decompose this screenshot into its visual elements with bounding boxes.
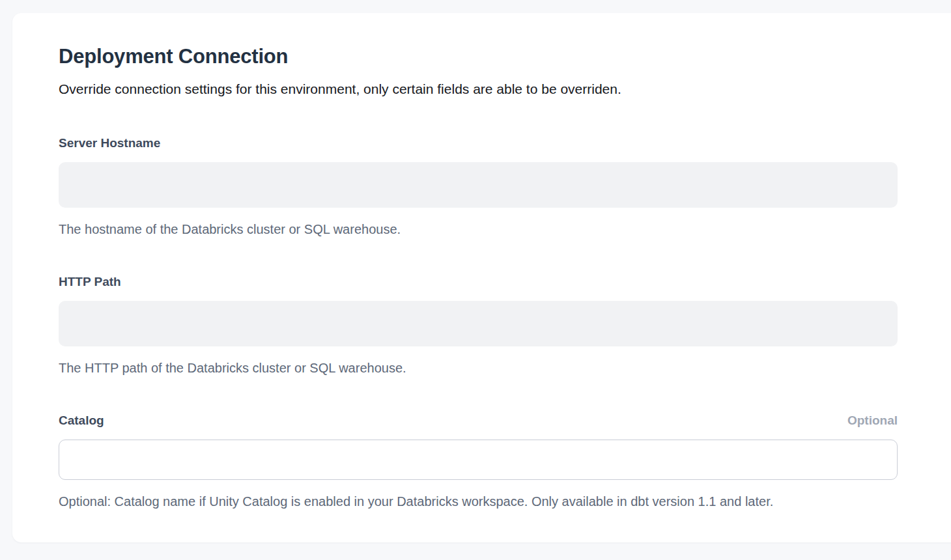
label-row: Server Hostname — [59, 135, 898, 152]
page-title: Deployment Connection — [59, 44, 898, 68]
field-group-http-path: HTTP Path The HTTP path of the Databrick… — [59, 273, 898, 377]
page-subtitle: Override connection settings for this en… — [59, 80, 898, 98]
catalog-optional-tag: Optional — [847, 412, 898, 429]
catalog-input[interactable] — [59, 440, 898, 480]
server-hostname-helper: The hostname of the Databricks cluster o… — [59, 221, 898, 238]
catalog-label: Catalog — [59, 412, 104, 429]
http-path-label: HTTP Path — [59, 273, 121, 290]
server-hostname-input — [59, 162, 898, 208]
deployment-connection-card: Deployment Connection Override connectio… — [12, 13, 951, 542]
http-path-helper: The HTTP path of the Databricks cluster … — [59, 359, 898, 377]
field-group-catalog: Catalog Optional Optional: Catalog name … — [59, 412, 898, 511]
label-row: HTTP Path — [59, 273, 898, 290]
field-group-server-hostname: Server Hostname The hostname of the Data… — [59, 135, 898, 238]
http-path-input — [59, 301, 898, 346]
server-hostname-label: Server Hostname — [59, 135, 160, 152]
catalog-helper: Optional: Catalog name if Unity Catalog … — [59, 493, 898, 511]
label-row: Catalog Optional — [59, 412, 898, 429]
card-content: Deployment Connection Override connectio… — [12, 13, 898, 511]
